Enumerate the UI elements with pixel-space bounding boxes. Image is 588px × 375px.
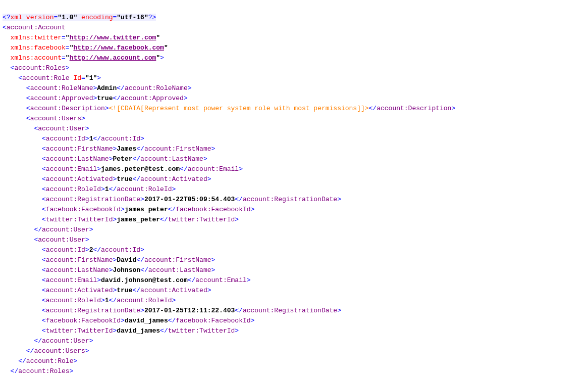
xml-content: <?xml version="1.0" encoding="utf-16"?> … (3, 13, 585, 375)
